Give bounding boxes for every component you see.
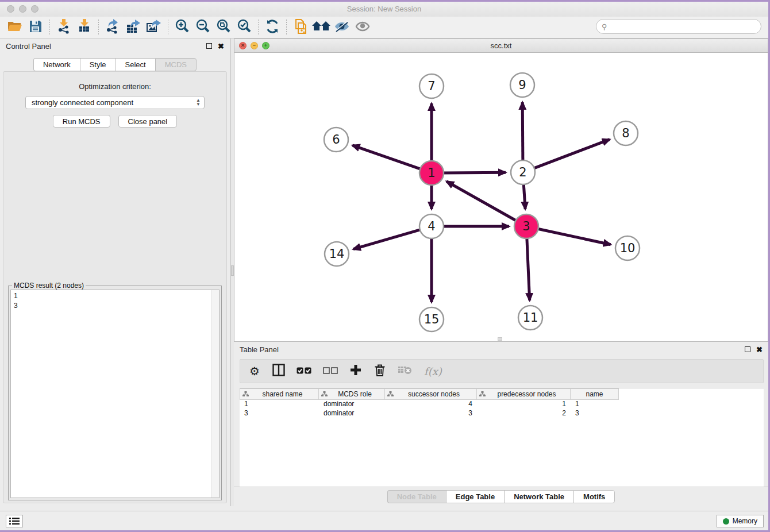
table-row[interactable]: 3 dominator 3 2 3 — [240, 409, 764, 418]
add-column-button[interactable] — [349, 364, 362, 378]
cell-successor-nodes[interactable]: 4 — [385, 400, 477, 409]
node-7[interactable]: 7 — [419, 74, 444, 98]
edge-2-9[interactable] — [522, 102, 523, 161]
edge-3-11[interactable] — [527, 237, 530, 300]
show-all-button[interactable] — [352, 19, 373, 36]
table-row[interactable]: 1 dominator 4 1 1 — [240, 400, 764, 409]
zoom-out-button[interactable] — [192, 19, 213, 36]
node-14[interactable]: 14 — [325, 242, 349, 266]
mcds-result-text[interactable]: 1 3 — [10, 290, 220, 498]
edge-2-8[interactable] — [533, 140, 610, 169]
export-table-button[interactable] — [123, 19, 144, 36]
edge-4-14[interactable] — [353, 229, 421, 249]
memory-status-icon — [723, 518, 729, 525]
delete-column-button[interactable] — [374, 364, 386, 378]
close-panel-button[interactable]: Close panel — [118, 115, 178, 128]
zoom-in-button[interactable] — [172, 19, 192, 36]
column-header-name[interactable]: name — [571, 388, 619, 400]
column-view-button[interactable] — [272, 364, 285, 378]
tab-edge-table[interactable]: Edge Table — [446, 490, 504, 503]
cell-successor-nodes[interactable]: 3 — [385, 409, 477, 418]
mcds-result-title: MCDS result (2 nodes) — [12, 282, 86, 290]
edge-1-2[interactable] — [442, 172, 506, 173]
tab-motifs[interactable]: Motifs — [573, 490, 615, 503]
canvas-resize-grip[interactable] — [498, 337, 502, 341]
cell-mcds-role[interactable]: dominator — [319, 400, 385, 409]
refresh-view-button[interactable] — [262, 19, 283, 36]
float-table-panel-icon[interactable] — [745, 346, 750, 352]
cell-predecessor-nodes[interactable]: 1 — [477, 400, 571, 409]
node-15[interactable]: 15 — [419, 307, 444, 331]
tree-icon — [321, 391, 328, 397]
export-network-button[interactable] — [102, 19, 123, 36]
result-scrollbar[interactable] — [211, 290, 219, 498]
toolbar-separator — [168, 20, 168, 36]
node-6[interactable]: 6 — [324, 128, 348, 152]
cell-name[interactable]: 3 — [571, 409, 619, 418]
optimization-criterion-select[interactable]: strongly connected component ▲▼ — [25, 96, 205, 109]
vertical-splitter[interactable] — [230, 38, 234, 506]
column-header-successor-nodes[interactable]: successor nodes — [385, 388, 477, 400]
control-panel-tabs: Network Style Select MCDS — [0, 58, 230, 71]
edge-3-10[interactable] — [537, 229, 611, 245]
edge-1-6[interactable] — [352, 145, 421, 169]
cell-predecessor-nodes[interactable]: 2 — [477, 409, 571, 418]
node-4[interactable]: 4 — [419, 214, 444, 238]
table-settings-button[interactable]: ⚙ — [248, 364, 261, 378]
edge-3-1[interactable] — [446, 182, 517, 221]
tab-node-table[interactable]: Node Table — [387, 490, 446, 503]
column-header-mcds-role[interactable]: MCDS role — [319, 388, 385, 400]
close-table-panel-icon[interactable]: ✖ — [756, 346, 763, 353]
eye-icon — [355, 21, 371, 34]
run-mcds-button[interactable]: Run MCDS — [53, 115, 110, 128]
zoom-selected-button[interactable] — [234, 19, 255, 36]
column-header-shared-name[interactable]: shared name — [240, 388, 319, 400]
tab-network[interactable]: Network — [33, 58, 80, 71]
node-3[interactable]: 3 — [514, 214, 538, 238]
table-toolbar: ⚙ f(x) — [240, 359, 764, 383]
network-canvas[interactable]: 1234678910111415 — [234, 53, 768, 341]
tab-mcds[interactable]: MCDS — [155, 58, 197, 71]
tab-select[interactable]: Select — [116, 58, 155, 71]
node-label: 7 — [428, 79, 435, 93]
node-8[interactable]: 8 — [614, 121, 638, 145]
network-graph: 1234678910111415 — [234, 53, 768, 341]
column-header-predecessor-nodes[interactable]: predecessor nodes — [477, 388, 571, 400]
tab-network-table[interactable]: Network Table — [504, 490, 573, 503]
function-builder-button[interactable]: f(x) — [424, 364, 442, 378]
edge-2-3[interactable] — [523, 183, 525, 209]
float-panel-icon[interactable] — [206, 43, 212, 49]
node-1[interactable]: 1 — [419, 161, 444, 185]
import-table-button[interactable] — [74, 19, 95, 36]
node-label: 6 — [332, 133, 340, 147]
memory-button[interactable]: Memory — [717, 515, 764, 527]
cell-shared-name[interactable]: 1 — [240, 400, 319, 409]
cell-mcds-role[interactable]: dominator — [319, 409, 385, 418]
node-9[interactable]: 9 — [510, 73, 534, 97]
cell-shared-name[interactable]: 3 — [240, 409, 319, 418]
copy-network-button[interactable] — [290, 19, 311, 36]
show-log-button[interactable] — [6, 515, 23, 527]
node-2[interactable]: 2 — [511, 160, 535, 184]
network-view-window: ✕ − + scc.txt 1234678910111415 — [234, 38, 768, 342]
node-10[interactable]: 10 — [615, 236, 640, 260]
search-input[interactable] — [607, 22, 761, 30]
zoom-in-icon — [175, 19, 190, 36]
close-panel-icon[interactable]: ✖ — [218, 43, 224, 50]
select-all-button[interactable] — [297, 364, 311, 378]
tab-style[interactable]: Style — [80, 58, 116, 71]
deselect-all-button[interactable] — [323, 364, 338, 378]
node-11[interactable]: 11 — [518, 306, 542, 330]
eye-slash-icon — [334, 20, 350, 35]
cell-name[interactable]: 1 — [571, 400, 619, 409]
refresh-icon — [265, 20, 279, 36]
import-network-button[interactable] — [53, 19, 74, 36]
open-file-button[interactable] — [5, 19, 25, 36]
hide-selected-button[interactable] — [332, 19, 352, 36]
delete-table-button[interactable] — [398, 364, 413, 378]
save-session-button[interactable] — [25, 19, 46, 36]
zoom-fit-button[interactable] — [213, 19, 234, 36]
export-image-button[interactable] — [144, 19, 164, 36]
reset-view-button[interactable] — [311, 19, 332, 36]
toolbar-separator — [258, 20, 259, 36]
